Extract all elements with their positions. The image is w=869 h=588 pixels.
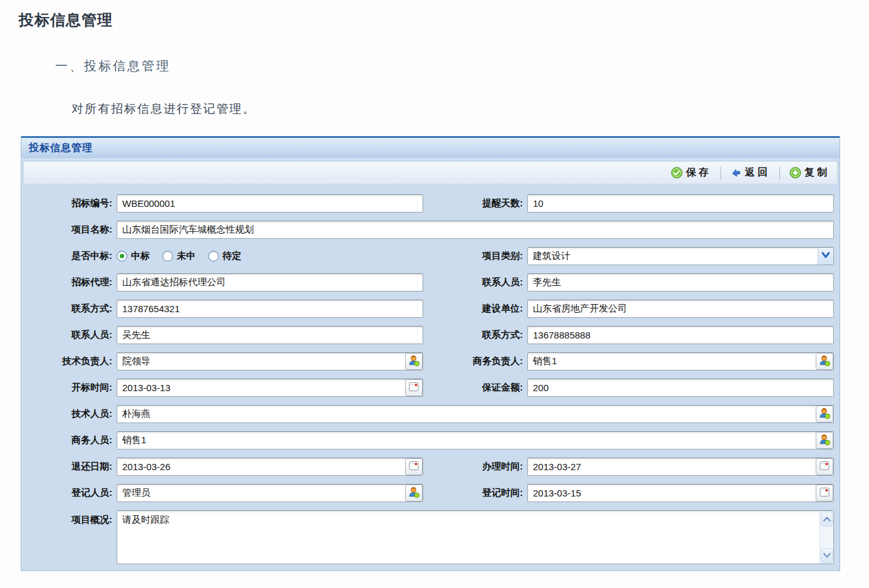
person-picker-button[interactable] (816, 432, 833, 449)
business-leader-label: 商务负责人: (423, 355, 527, 367)
form-row: 招标编号: 提醒天数: (21, 194, 834, 213)
bid-info-panel: 投标信息管理 保存 返回 (21, 136, 840, 571)
chevron-up-icon (823, 515, 831, 524)
radio-button[interactable] (208, 251, 219, 261)
bid-number-input[interactable] (117, 194, 423, 213)
bid-info-form: 招标编号: 提醒天数: 项目名称: 是否中标: (21, 186, 840, 570)
section-heading: 一、投标信息管理 (55, 58, 869, 75)
date-picker-button[interactable] (816, 458, 833, 475)
save-button[interactable]: 保存 (667, 164, 715, 182)
form-row: 商务人员: (21, 431, 834, 449)
person-picker-button[interactable] (816, 353, 833, 370)
handle-date-input[interactable] (527, 458, 834, 476)
register-date-input[interactable] (527, 484, 834, 502)
return-date-input[interactable] (117, 458, 423, 476)
save-check-icon (671, 167, 683, 179)
radio-label: 待定 (223, 250, 241, 262)
guarantee-amount-label: 保证金额: (423, 382, 527, 394)
bid-agency-label: 招标代理: (21, 276, 117, 288)
form-row: 联系方式: 建设单位: (21, 300, 834, 318)
bid-open-date-label: 开标时间: (21, 382, 117, 394)
person-icon (408, 486, 420, 500)
textarea-scrollbar[interactable] (819, 511, 833, 564)
date-picker-button[interactable] (405, 379, 423, 396)
form-row: 开标时间: 保证金额: (21, 379, 834, 397)
contact-person2-label: 联系人员: (21, 329, 117, 341)
project-overview-label: 项目概况: (21, 510, 117, 526)
copy-diamond-icon (789, 167, 801, 179)
project-overview-textarea[interactable]: 请及时跟踪 (117, 510, 834, 564)
remind-days-input[interactable] (527, 194, 834, 213)
form-row: 招标代理: 联系人员: (21, 273, 834, 291)
calendar-icon (408, 460, 419, 473)
construction-unit-label: 建设单位: (423, 303, 527, 315)
win-status-radiogroup: 中标 未中 待定 (117, 247, 423, 265)
business-leader-input[interactable] (527, 352, 834, 370)
guarantee-amount-input[interactable] (527, 379, 834, 397)
chevron-down-icon (823, 551, 831, 560)
radio-label: 中标 (131, 250, 150, 262)
date-picker-button[interactable] (405, 458, 423, 475)
copy-button-label: 复制 (804, 166, 830, 179)
back-arrow-icon (730, 167, 742, 179)
contact-person-input[interactable] (527, 273, 834, 291)
calendar-icon (819, 460, 830, 473)
handle-date-label: 办理时间: (423, 461, 527, 473)
radio-option-pending[interactable]: 待定 (208, 250, 241, 262)
toolbar: 保存 返回 复制 (23, 161, 838, 184)
section-description: 对所有招标信息进行登记管理。 (71, 101, 869, 117)
contact-person2-input[interactable] (117, 326, 423, 344)
radio-option-lost[interactable]: 未中 (162, 250, 196, 262)
register-person-input[interactable] (117, 484, 423, 502)
business-staff-input[interactable] (117, 431, 834, 449)
page-title: 投标信息管理 (19, 10, 869, 30)
project-category-label: 项目类别: (423, 250, 527, 262)
bid-agency-input[interactable] (117, 273, 423, 291)
form-row: 联系人员: 联系方式: (21, 326, 834, 344)
project-name-input[interactable] (117, 221, 834, 239)
form-row: 登记人员: 登记时间: (21, 484, 834, 502)
register-person-label: 登记人员: (21, 487, 117, 499)
calendar-icon (819, 486, 830, 500)
scroll-down-button[interactable] (821, 548, 833, 563)
business-staff-label: 商务人员: (21, 434, 117, 446)
back-button-label: 返回 (745, 166, 770, 179)
return-date-label: 退还日期: (21, 461, 117, 473)
toolbar-separator (779, 167, 780, 179)
person-picker-button[interactable] (816, 406, 833, 423)
radio-option-won[interactable]: 中标 (117, 250, 150, 262)
radio-label: 未中 (177, 250, 196, 262)
form-row: 技术负责人: 商务负责人: (21, 352, 834, 370)
construction-unit-input[interactable] (527, 300, 834, 318)
date-picker-button[interactable] (816, 485, 833, 501)
contact-phone2-input[interactable] (527, 326, 834, 344)
bid-open-date-input[interactable] (117, 379, 423, 397)
person-icon (818, 354, 831, 369)
win-status-label: 是否中标: (21, 250, 117, 262)
radio-button[interactable] (117, 251, 127, 261)
chevron-down-icon (821, 251, 830, 261)
register-date-label: 登记时间: (423, 487, 527, 499)
tech-staff-label: 技术人员: (21, 408, 117, 420)
person-icon (818, 433, 831, 448)
person-picker-button[interactable] (405, 485, 423, 501)
tech-leader-label: 技术负责人: (21, 355, 117, 367)
tech-leader-input[interactable] (117, 352, 423, 370)
radio-button[interactable] (162, 251, 173, 261)
project-category-select[interactable] (527, 247, 834, 265)
project-name-label: 项目名称: (21, 224, 117, 236)
contact-phone-label: 联系方式: (21, 303, 117, 315)
panel-title: 投标信息管理 (29, 142, 93, 155)
copy-button[interactable]: 复制 (786, 164, 833, 182)
form-row: 项目概况: 请及时跟踪 (21, 510, 834, 564)
toolbar-separator (720, 167, 721, 179)
tech-staff-input[interactable] (117, 405, 834, 423)
back-button[interactable]: 返回 (727, 164, 774, 182)
contact-phone-input[interactable] (117, 300, 423, 318)
contact-phone2-label: 联系方式: (423, 329, 527, 341)
project-category-dropdown-button[interactable] (818, 248, 833, 265)
scroll-up-button[interactable] (821, 512, 833, 527)
save-button-label: 保存 (686, 166, 711, 179)
form-row: 技术人员: (21, 405, 834, 423)
person-picker-button[interactable] (405, 353, 423, 370)
